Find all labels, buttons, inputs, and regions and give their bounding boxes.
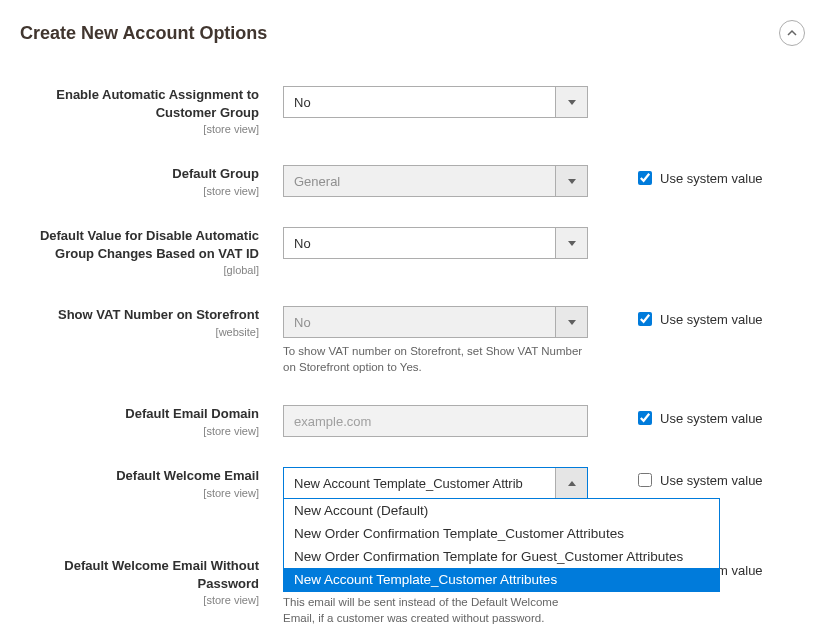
dropdown-arrow-icon [555,87,587,117]
dropdown-arrow-icon [555,228,587,258]
scope-label: [store view] [20,594,259,606]
default-group-select: General [283,165,588,197]
scope-label: [store view] [20,123,259,135]
use-system-label: Use system value [660,411,763,426]
auto-assign-label: Enable Automatic Assignment to Customer … [20,86,259,121]
default-group-label: Default Group [20,165,259,183]
welcome-email-system-checkbox[interactable] [638,473,652,487]
dropdown-option[interactable]: New Account Template_Customer Attributes [284,568,719,591]
dropdown-option[interactable]: New Account (Default) [284,499,719,522]
scope-label: [store view] [20,425,259,437]
scope-label: [store view] [20,185,259,197]
auto-assign-select[interactable]: No [283,86,588,118]
page-title: Create New Account Options [20,23,267,44]
show-vat-label: Show VAT Number on Storefront [20,306,259,324]
vat-group-select[interactable]: No [283,227,588,259]
vat-group-label: Default Value for Disable Automatic Grou… [20,227,259,262]
collapse-button[interactable] [779,20,805,46]
dropdown-arrow-icon [555,307,587,337]
welcome-email-dropdown: New Account (Default) New Order Confirma… [283,498,720,592]
default-group-system-checkbox[interactable] [638,171,652,185]
use-system-label: Use system value [660,171,763,186]
email-domain-system-checkbox[interactable] [638,411,652,425]
use-system-label: Use system value [660,312,763,327]
welcome-no-pw-label: Default Welcome Email Without Password [20,557,259,592]
chevron-up-icon [786,27,798,39]
email-domain-label: Default Email Domain [20,405,259,423]
dropdown-arrow-icon [555,468,587,498]
dropdown-arrow-icon [555,166,587,196]
welcome-no-pw-help1: This email will be sent instead of the D… [283,594,588,626]
welcome-email-label: Default Welcome Email [20,467,259,485]
scope-label: [website] [20,326,259,338]
dropdown-option[interactable]: New Order Confirmation Template_Customer… [284,522,719,545]
welcome-email-select[interactable]: New Account Template_Customer Attrib [283,467,588,499]
scope-label: [store view] [20,487,259,499]
use-system-label: Use system value [660,473,763,488]
scope-label: [global] [20,264,259,276]
show-vat-select: No [283,306,588,338]
show-vat-help: To show VAT number on Storefront, set Sh… [283,343,588,375]
show-vat-system-checkbox[interactable] [638,312,652,326]
dropdown-option[interactable]: New Order Confirmation Template for Gues… [284,545,719,568]
email-domain-input [283,405,588,437]
